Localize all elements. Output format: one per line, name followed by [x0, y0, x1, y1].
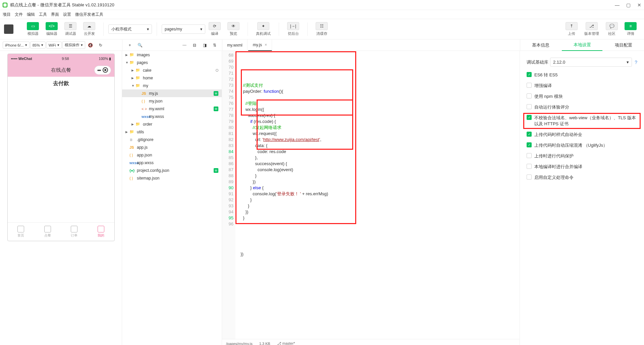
zoom-select[interactable]: 85%▾	[30, 42, 46, 49]
menu-item[interactable]: 界面	[51, 12, 59, 17]
setting-checkbox[interactable]: 本地编译时进行合并编译	[527, 164, 637, 170]
code-line[interactable]: //测试支付	[238, 82, 517, 88]
tree-item[interactable]: wxssmy.wxss	[122, 113, 222, 120]
tree-item[interactable]: ▶📁cake	[122, 66, 222, 74]
setting-checkbox[interactable]: 启用自定义处理命令	[527, 175, 637, 181]
code-line[interactable]: code: res.code	[238, 149, 517, 155]
debugger-button[interactable]: ☰调试器	[64, 22, 76, 36]
settings-tab[interactable]: 基本信息	[520, 40, 561, 51]
code-line[interactable]: url: 'http://www.zuijia.com/api/test',	[238, 137, 517, 143]
capsule-button[interactable]: •••	[94, 66, 111, 75]
code-line[interactable]: }	[238, 203, 517, 209]
code-line[interactable]	[238, 94, 517, 100]
code-line[interactable]: })	[238, 251, 517, 257]
tree-item[interactable]: ▶📁images	[122, 51, 222, 59]
menu-item[interactable]: 工具	[39, 12, 47, 17]
tree-item[interactable]: { }my.json	[122, 97, 222, 105]
setting-checkbox[interactable]: 上传代码时自动压缩混淆 （UglifyJs）	[527, 142, 637, 148]
code-line[interactable]: })	[238, 209, 517, 215]
code-line[interactable]: },	[238, 155, 517, 161]
setting-checkbox[interactable]: 上传时进行代码保护	[527, 153, 637, 159]
clearcache-button[interactable]: ☷清缓存	[316, 22, 328, 36]
code-line[interactable]: wx.login({	[238, 107, 517, 113]
simulator-button[interactable]: ▭模拟器	[27, 22, 39, 36]
tree-item[interactable]: wxssapp.wxss	[122, 159, 222, 166]
minimize-icon[interactable]: —	[615, 2, 620, 8]
phone-tab[interactable]: 点餐	[34, 223, 61, 241]
tree-item[interactable]: 🗎.gitignore	[122, 136, 222, 143]
editor-tab[interactable]: my.wxml	[222, 40, 248, 51]
tree-item[interactable]: ▼📁pages	[122, 59, 222, 66]
code-line[interactable]: //发起网络请求	[238, 125, 517, 131]
tree-item[interactable]: JSmy.jsM	[122, 89, 222, 97]
editor-button[interactable]: </>编辑器	[46, 22, 58, 36]
user-avatar[interactable]	[4, 24, 13, 34]
code-line[interactable]: console.log(event)	[238, 167, 517, 173]
tree-item[interactable]: ▼📁my	[122, 82, 222, 89]
tree-item[interactable]: ▶📁order	[122, 120, 222, 128]
community-button[interactable]: 💬社区	[606, 22, 618, 36]
setting-checkbox[interactable]: 上传代码时样式自动补全	[527, 132, 637, 138]
code-line[interactable]	[238, 245, 517, 251]
close-tab-icon[interactable]: ×	[265, 43, 267, 47]
git-branch[interactable]: ⎇ master*	[277, 341, 295, 345]
capsule-target-icon[interactable]	[103, 67, 108, 73]
tree-item[interactable]: < >my.wxmlM	[122, 105, 222, 113]
tree-item[interactable]: { }sitemap.json	[122, 174, 222, 182]
background-button[interactable]: |→|切后台	[287, 22, 299, 36]
upload-button[interactable]: ⤒上传	[566, 22, 578, 36]
rotate-icon[interactable]: ↻	[96, 41, 105, 49]
code-line[interactable]	[238, 221, 517, 227]
filter-icon[interactable]: ⇅	[210, 41, 219, 49]
settings-tab[interactable]: 项目配置	[603, 40, 644, 51]
debug-lib-select[interactable]: 2.12.0▾	[550, 58, 632, 67]
add-file-icon[interactable]: +	[125, 41, 135, 49]
code-line[interactable]: //登陆	[238, 100, 517, 107]
mute-icon[interactable]: 🔇	[86, 41, 95, 49]
code-line[interactable]: success(res) {	[238, 113, 517, 119]
setting-checkbox[interactable]: 自动运行体验评分	[527, 104, 637, 110]
code-line[interactable]	[238, 227, 517, 233]
tree-item[interactable]: JSapp.js	[122, 143, 222, 151]
help-icon[interactable]: ?	[635, 60, 637, 65]
split-icon[interactable]: ◨	[200, 41, 209, 49]
simop-select[interactable]: 模拟操作▾	[62, 41, 85, 49]
setting-checkbox[interactable]: ES6 转 ES5	[527, 72, 637, 78]
compile-button[interactable]: ⟳编译	[209, 22, 221, 36]
tree-item[interactable]: {●}project.config.jsonM	[122, 166, 222, 174]
code-line[interactable]: if (res.code) {	[238, 119, 517, 125]
menu-item[interactable]: 微信开发者工具	[75, 12, 103, 17]
menu-item[interactable]: 项目	[3, 12, 11, 17]
phone-tab[interactable]: 首页	[8, 223, 35, 241]
code-line[interactable]	[238, 239, 517, 245]
editor-tab[interactable]: my.js×	[248, 40, 272, 51]
tree-item[interactable]: ▶📁home	[122, 74, 222, 82]
preview-button[interactable]: 👁预览	[227, 22, 239, 36]
code-line[interactable]: })	[238, 179, 517, 185]
page-select[interactable]: pages/my▾	[162, 24, 205, 34]
code-line[interactable]: } else {	[238, 185, 517, 191]
pay-button[interactable]: 去付款	[8, 77, 114, 90]
cloud-button[interactable]: ☁云开发	[83, 22, 95, 36]
menu-item[interactable]: 设置	[63, 12, 71, 17]
code-line[interactable]: }	[238, 173, 517, 179]
code-line[interactable]: data: {	[238, 143, 517, 149]
menu-item[interactable]: 编辑	[27, 12, 35, 17]
setting-checkbox[interactable]: 使用 npm 模块	[527, 93, 637, 99]
code-line[interactable]: }	[238, 197, 517, 203]
close-icon[interactable]: ✕	[637, 2, 641, 8]
settings-tab[interactable]: 本地设置	[562, 40, 603, 51]
code-line[interactable]: }	[238, 215, 517, 221]
phone-tab[interactable]: 订单	[61, 223, 88, 241]
setting-checkbox[interactable]: 不校验合法域名、web-view（业务域名）、TLS 版本以及 HTTPS 证书	[527, 115, 637, 127]
realdebug-button[interactable]: ✦真机调试	[256, 22, 271, 36]
code-line[interactable]: console.log('登录失败！ ' + res.errMsg)	[238, 191, 517, 197]
phone-tab[interactable]: 我的	[88, 223, 114, 241]
network-select[interactable]: WiFi▾	[46, 42, 62, 49]
mode-select[interactable]: 小程序模式▾	[108, 24, 152, 34]
tree-item[interactable]: ▶📁utils	[122, 128, 222, 136]
menu-item[interactable]: 文件	[15, 12, 23, 17]
code-line[interactable]: payOrder: function(){	[238, 88, 517, 94]
maximize-icon[interactable]: ▢	[626, 2, 631, 8]
version-button[interactable]: ⎇版本管理	[584, 22, 599, 36]
